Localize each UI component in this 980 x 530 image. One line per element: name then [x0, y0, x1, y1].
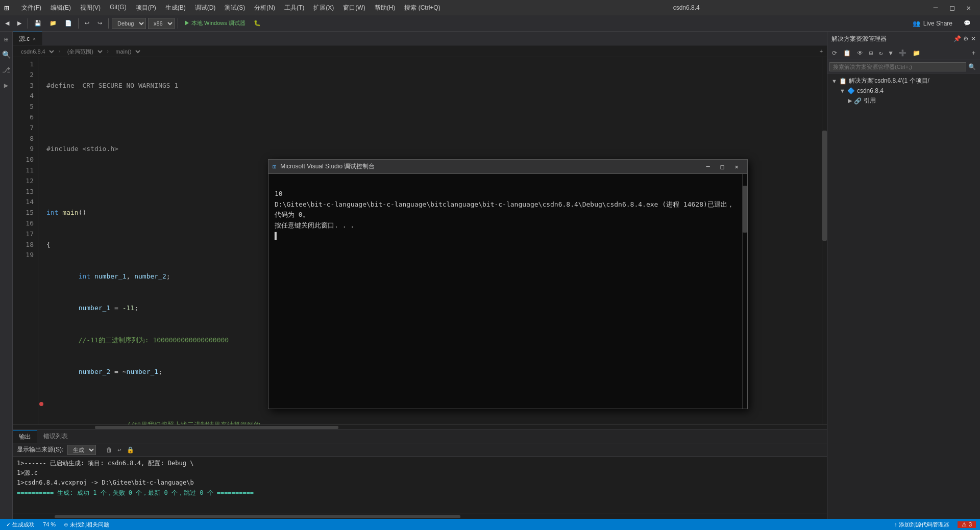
sol-show-all-button[interactable]: 👁 — [854, 48, 866, 58]
menu-extensions[interactable]: 扩展(X) — [309, 2, 338, 14]
line-num-13: 13 — [13, 187, 34, 197]
sol-new-file-button[interactable]: ➕ — [896, 48, 909, 58]
menu-file[interactable]: 文件(F) — [17, 2, 45, 14]
run-button[interactable]: ▶ 本地 Windows 调试器 — [181, 18, 249, 29]
output-source-select[interactable]: 生成 — [67, 445, 96, 455]
menu-analyze[interactable]: 分析(N) — [250, 2, 279, 14]
toggle-wrap-button[interactable]: ↩ — [115, 445, 123, 455]
explorer-icon[interactable]: ⊞ — [1, 34, 12, 45]
close-button[interactable]: ✕ — [962, 2, 976, 14]
menu-test[interactable]: 测试(S) — [220, 2, 249, 14]
status-source-control[interactable]: ↑ 添加到源代码管理器 — [892, 521, 951, 528]
line-num-16: 16 — [13, 218, 34, 229]
lock-scroll-button[interactable]: 🔒 — [125, 445, 136, 455]
breadcrumb-project[interactable]: csdn6.8.4 — [17, 48, 56, 55]
clear-output-button[interactable]: 🗑 — [104, 445, 114, 455]
menu-window[interactable]: 窗口(W) — [339, 2, 369, 14]
collapse-icon[interactable]: + — [819, 48, 823, 55]
status-error-count[interactable]: ⚠ 3 — [958, 521, 976, 528]
editor-tab-source[interactable]: 源.c × — [13, 32, 42, 45]
save-button[interactable]: 💾 — [31, 18, 44, 28]
sol-sync-button[interactable]: ⟳ — [829, 48, 840, 58]
sol-refresh-button[interactable]: ↻ — [876, 48, 885, 58]
debug-minimize-button[interactable]: ─ — [701, 162, 715, 172]
breadcrumb-bar: csdn6.8.4 › (全局范围) › main() + — [13, 46, 827, 57]
solution-search-input[interactable] — [829, 62, 966, 71]
platform-select[interactable]: x86 — [148, 18, 175, 29]
config-select[interactable]: Debug — [112, 18, 146, 29]
debug-console-title: Microsoft Visual Studio 调试控制台 — [280, 162, 697, 171]
code-editor-container: 1 2 3 4 5 6 7 8 9 10 11 12 13 14 15 16 1 — [13, 57, 827, 424]
menu-git[interactable]: Git(G) — [106, 2, 131, 14]
debug-scrollbar[interactable] — [742, 174, 747, 409]
menu-view[interactable]: 视图(V) — [76, 2, 105, 14]
horizontal-scrollbar[interactable] — [13, 424, 827, 430]
debug-restore-button[interactable]: □ — [716, 162, 729, 172]
menu-search[interactable]: 搜索 (Ctrl+Q) — [400, 2, 444, 14]
breadcrumb-function[interactable]: main() — [111, 48, 142, 55]
tab-close-button[interactable]: × — [33, 36, 36, 42]
debug-button[interactable]: 🐛 — [251, 18, 264, 28]
window-controls: ─ □ ✕ — [928, 2, 976, 14]
redo-button[interactable]: ↪ — [94, 18, 105, 28]
status-success-label: ✓ 生成成功 — [6, 521, 35, 528]
line-num-10: 10 — [13, 155, 34, 165]
tab-filename: 源.c — [19, 35, 30, 43]
tree-solution-item[interactable]: ▼ 📋 解决方案'csdn6.8.4'(1 个项目/ — [827, 75, 980, 86]
maximize-button[interactable]: □ — [945, 2, 959, 14]
tree-project-item[interactable]: ▼ 🔷 csdn6.8.4 — [836, 86, 980, 95]
bottom-tab-errors[interactable]: 错误列表 — [37, 430, 74, 443]
close-panel-icon[interactable]: ✕ — [971, 35, 976, 42]
vertical-scrollbar[interactable] — [822, 57, 827, 424]
solution-tree: ▼ 📋 解决方案'csdn6.8.4'(1 个项目/ ▼ 🔷 csdn6.8.4… — [827, 73, 980, 519]
output-source-label: 显示输出来源(S): — [17, 445, 63, 454]
menu-edit[interactable]: 编辑(E) — [46, 2, 75, 14]
sol-add-button[interactable]: + — [969, 48, 978, 58]
open-button[interactable]: 📁 — [46, 18, 60, 28]
solution-search-icon[interactable]: 🔍 — [966, 63, 978, 70]
status-success[interactable]: ✓ 生成成功 — [4, 521, 37, 528]
debug-cursor: ▌ — [275, 232, 279, 240]
live-share-label: Live Share — [923, 20, 952, 27]
menu-build[interactable]: 生成(B) — [161, 2, 190, 14]
minimize-button[interactable]: ─ — [928, 2, 943, 14]
status-problems[interactable]: ⊙ 未找到相关问题 — [62, 521, 111, 528]
menu-debug[interactable]: 调试(D) — [191, 2, 220, 14]
menu-tools[interactable]: 工具(T) — [280, 2, 308, 14]
back-button[interactable]: ◀ — [2, 18, 12, 28]
output-line-4: ========== 生成: 成功 1 个，失败 0 个，最新 0 个，跳过 0… — [17, 488, 823, 498]
bottom-horizontal-scrollbar[interactable] — [13, 514, 827, 519]
menu-project[interactable]: 项目(P) — [132, 2, 160, 14]
forward-button[interactable]: ▶ — [14, 18, 24, 28]
debug-content-area: 10 D:\Gitee\bit-c-language\bit-c-languag… — [268, 174, 747, 409]
breakpoint-dot — [39, 402, 43, 406]
tab-bar: 源.c × — [13, 32, 827, 46]
breadcrumb-scope[interactable]: (全局范围) — [63, 48, 104, 55]
new-button[interactable]: 📄 — [62, 18, 75, 28]
sol-filter-button[interactable]: ⊞ — [867, 48, 875, 58]
pin-icon[interactable]: 📌 — [953, 35, 961, 42]
live-share-button[interactable]: 👥 Live Share — [906, 18, 959, 29]
undo-button[interactable]: ↩ — [82, 18, 92, 28]
debug-close-button[interactable]: ✕ — [730, 162, 743, 172]
status-zoom[interactable]: 74 % — [41, 521, 58, 527]
bottom-tab-output[interactable]: 输出 — [13, 430, 37, 443]
debug-nav-icon[interactable]: ▶ — [1, 80, 12, 91]
line-numbers: 1 2 3 4 5 6 7 8 9 10 11 12 13 14 15 16 1 — [13, 57, 38, 424]
tree-references-item[interactable]: ▶ 🔗 引用 — [844, 95, 980, 106]
debug-scrollbar-thumb — [743, 186, 747, 233]
code-line-2 — [46, 112, 822, 123]
sol-new-folder-button[interactable]: 📁 — [910, 48, 923, 58]
feedback-button[interactable]: 💬 — [961, 18, 974, 28]
sol-collapse-button[interactable]: ▼ — [886, 48, 895, 58]
error-icon: ⚠ — [962, 521, 967, 528]
search-icon[interactable]: 🔍 — [1, 49, 12, 60]
sol-props-button[interactable]: 📋 — [841, 48, 853, 58]
debug-output[interactable]: 10 D:\Gitee\bit-c-language\bit-c-languag… — [268, 174, 742, 409]
menu-help[interactable]: 帮助(H) — [371, 2, 400, 14]
line-num-9: 9 — [13, 144, 34, 155]
debug-output-line1: 10 — [275, 190, 283, 197]
settings-icon[interactable]: ⚙ — [963, 35, 969, 42]
git-icon[interactable]: ⎇ — [1, 64, 12, 75]
line-num-11: 11 — [13, 165, 34, 176]
